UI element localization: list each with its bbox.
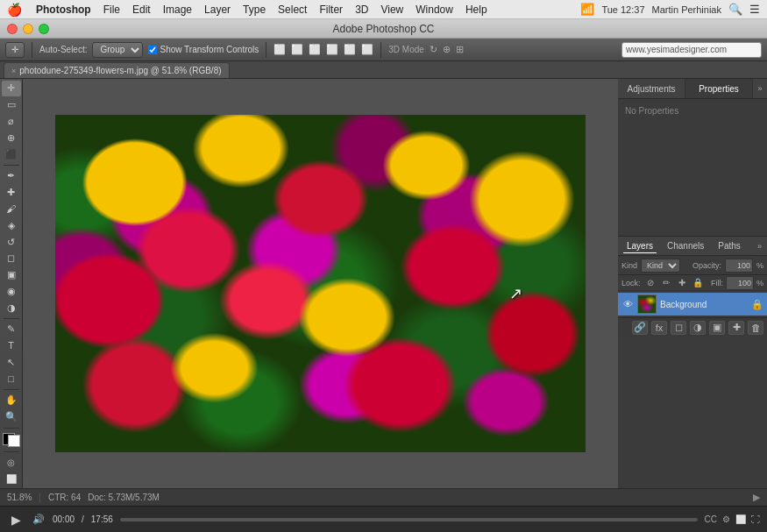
menu-file[interactable]: File <box>103 4 120 16</box>
layer-lock-icon: 🔒 <box>751 299 763 310</box>
3d-rotate-icon[interactable]: ↻ <box>430 44 437 55</box>
link-layers-btn[interactable]: 🔗 <box>632 321 648 335</box>
3d-scale-icon[interactable]: ⊞ <box>456 44 464 55</box>
volume-button[interactable]: 🔊 <box>32 513 46 527</box>
separator <box>32 42 32 58</box>
layer-style-btn[interactable]: fx <box>651 321 667 335</box>
layer-item-background[interactable]: 👁 Background 🔒 <box>618 293 767 316</box>
shape-icon: □ <box>8 374 14 384</box>
hand-btn[interactable]: ✋ <box>2 393 21 408</box>
fill-input[interactable] <box>726 276 754 290</box>
tab-layers[interactable]: Layers <box>623 239 657 253</box>
pen-btn[interactable]: ✎ <box>2 322 21 337</box>
layer-visibility-toggle[interactable]: 👁 <box>621 298 634 310</box>
search-icon[interactable]: 🔍 <box>728 3 742 16</box>
eyedropper-tool-btn[interactable]: ✒ <box>2 168 21 184</box>
color-swatches[interactable] <box>3 433 20 447</box>
screen-mode-btn[interactable]: ⬜ <box>2 471 21 486</box>
window-title: Adobe Photoshop CC <box>332 23 434 35</box>
hamburger-menu-icon[interactable]: ☰ <box>749 3 760 16</box>
align-top-icon[interactable]: ⬜ <box>326 44 338 55</box>
lasso-tool-btn[interactable]: ⌀ <box>2 114 21 130</box>
video-pip-btn[interactable]: ⬜ <box>735 514 746 524</box>
menu-type[interactable]: Type <box>243 4 266 16</box>
video-progress-bar[interactable] <box>120 518 698 521</box>
marquee-tool-btn[interactable]: ▭ <box>2 97 21 113</box>
close-button[interactable] <box>7 24 18 34</box>
video-settings-btn[interactable]: ⚙ <box>722 514 730 524</box>
tab-close-icon[interactable]: × <box>11 67 16 75</box>
menu-image[interactable]: Image <box>163 4 192 16</box>
add-adjustment-btn[interactable]: ◑ <box>690 321 706 335</box>
align-center-icon[interactable]: ⬜ <box>291 44 303 55</box>
delete-layer-btn[interactable]: 🗑 <box>748 321 763 335</box>
path-select-btn[interactable]: ↖ <box>2 355 21 371</box>
type-btn[interactable]: T <box>2 338 21 354</box>
menu-photoshop[interactable]: Photoshop <box>36 4 91 16</box>
shape-btn[interactable]: □ <box>2 371 21 387</box>
dodge-icon: ◑ <box>7 303 16 313</box>
tab-paths[interactable]: Paths <box>714 239 744 252</box>
panel-expand-icon[interactable]: » <box>753 79 767 98</box>
crop-tool-btn[interactable]: ⬛ <box>2 146 21 162</box>
tab-properties[interactable]: Properties <box>685 79 753 98</box>
zoom-btn[interactable]: 🔍 <box>2 409 21 425</box>
url-bar[interactable]: www.yesimadesigner.com <box>621 42 762 58</box>
group-layers-btn[interactable]: ▣ <box>709 321 725 335</box>
lock-image-btn[interactable]: ✏ <box>660 277 672 289</box>
menu-view[interactable]: View <box>380 4 403 16</box>
align-right-icon[interactable]: ⬜ <box>309 44 321 55</box>
align-left-icon[interactable]: ⬜ <box>273 44 286 55</box>
apple-logo-icon[interactable]: 🍎 <box>7 3 22 17</box>
new-layer-btn[interactable]: ✚ <box>728 321 744 335</box>
menu-layer[interactable]: Layer <box>204 4 231 16</box>
align-bottom-icon[interactable]: ⬜ <box>361 44 373 55</box>
lock-all-btn[interactable]: 🔒 <box>692 277 704 289</box>
menu-help[interactable]: Help <box>465 4 487 16</box>
align-middle-icon[interactable]: ⬜ <box>344 44 356 55</box>
video-cc-btn[interactable]: CC <box>705 514 717 524</box>
clone-stamp-btn[interactable]: ◈ <box>2 217 21 233</box>
move-tool-btn[interactable]: ✛ <box>2 81 21 96</box>
lock-transparent-btn[interactable]: ⊘ <box>644 277 657 289</box>
quick-select-tool-btn[interactable]: ⊕ <box>2 130 21 145</box>
window-controls <box>7 24 49 34</box>
menu-select[interactable]: Select <box>278 4 307 16</box>
canvas-image[interactable] <box>55 115 586 452</box>
layer-kind-filter[interactable]: Kind <box>641 259 680 273</box>
layers-panel-expand-icon[interactable]: » <box>757 242 762 251</box>
menu-edit[interactable]: Edit <box>132 4 151 16</box>
healing-tool-btn[interactable]: ✚ <box>2 185 21 201</box>
maximize-button[interactable] <box>39 24 49 34</box>
play-button[interactable]: ▶ <box>7 511 25 528</box>
3d-pan-icon[interactable]: ⊕ <box>443 44 451 55</box>
scroll-right-icon[interactable]: ▶ <box>753 492 760 503</box>
layer-name[interactable]: Background <box>660 300 748 309</box>
history-brush-btn[interactable]: ↺ <box>2 234 21 250</box>
eraser-btn[interactable]: ◻ <box>2 251 21 266</box>
autoselect-dropdown[interactable]: Group Layer <box>92 42 143 58</box>
dodge-btn[interactable]: ◑ <box>2 300 21 316</box>
blur-btn[interactable]: ◉ <box>2 284 21 300</box>
background-color-swatch[interactable] <box>8 435 20 447</box>
menu-window[interactable]: Window <box>415 4 453 16</box>
opacity-input[interactable] <box>725 259 753 273</box>
system-user: Martin Perhiniak <box>652 4 721 15</box>
tab-channels[interactable]: Channels <box>664 239 707 252</box>
tab-adjustments[interactable]: Adjustments <box>618 79 685 98</box>
video-fullscreen-btn[interactable]: ⛶ <box>751 514 760 524</box>
brush-tool-btn[interactable]: 🖌 <box>2 202 21 217</box>
document-tab[interactable]: × photodune-275349-flowers-m.jpg @ 51.8%… <box>4 62 230 78</box>
add-mask-btn[interactable]: ◻ <box>671 321 686 335</box>
menu-3d[interactable]: 3D <box>355 4 368 16</box>
tab-filename: photodune-275349-flowers-m.jpg @ 51.8% (… <box>19 66 221 75</box>
canvas-area[interactable]: ↗ <box>23 79 618 488</box>
lock-position-btn[interactable]: ✚ <box>676 277 688 289</box>
quick-mask-btn[interactable]: ◎ <box>2 455 21 471</box>
gradient-btn[interactable]: ▣ <box>2 267 21 283</box>
lasso-tool-icon: ⌀ <box>8 117 14 126</box>
minimize-button[interactable] <box>23 24 33 34</box>
show-transform-checkbox[interactable]: Show Transform Controls <box>148 45 259 54</box>
fill-label: Fill: <box>711 279 723 287</box>
menu-filter[interactable]: Filter <box>319 4 343 16</box>
